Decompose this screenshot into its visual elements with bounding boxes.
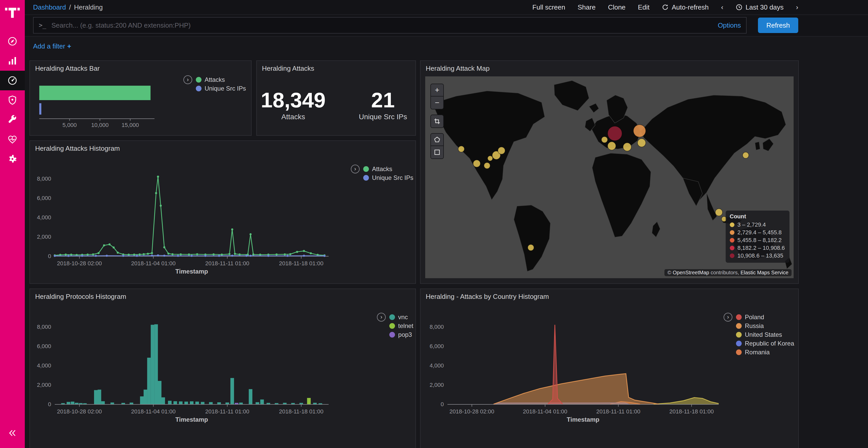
attack-location-circle[interactable] <box>608 126 622 141</box>
map-zoom-out-button[interactable]: − <box>431 97 443 109</box>
legend-color-dot <box>736 332 742 338</box>
edit-button[interactable]: Edit <box>638 3 649 11</box>
sidebar-item-management[interactable] <box>0 149 25 169</box>
refresh-button[interactable]: Refresh <box>758 18 798 33</box>
chart-legend: › Attacks Unique Src IPs <box>183 75 246 93</box>
svg-text:4,000: 4,000 <box>37 214 51 221</box>
add-filter-link[interactable]: Add a filter+ <box>33 42 71 50</box>
attacks-bar-chart[interactable]: 5,00010,00015,000 <box>35 75 171 134</box>
legend-item[interactable]: telnet <box>389 321 413 330</box>
query-bar: >_ Options Refresh <box>25 15 868 37</box>
auto-refresh-button[interactable]: Auto-refresh <box>662 3 709 11</box>
attack-location-circle[interactable] <box>623 143 631 151</box>
sidebar-item-security[interactable] <box>0 90 25 110</box>
attack-location-circle[interactable] <box>608 142 616 150</box>
search-input[interactable] <box>51 21 746 30</box>
breadcrumb-dashboard-link[interactable]: Dashboard <box>33 3 66 11</box>
sidebar-item-monitoring[interactable] <box>0 130 25 149</box>
legend-color-dot <box>736 349 742 355</box>
map-count-legend: Count 3 – 2,729.4 2,729.4 – 5,455.8 5,45… <box>726 211 790 263</box>
svg-text:6,000: 6,000 <box>430 343 444 349</box>
legend-item[interactable]: Romania <box>736 348 794 357</box>
panel-title: Heralding Attack Map <box>421 61 798 75</box>
query-options-link[interactable]: Options <box>718 22 741 29</box>
openstreetmap-link[interactable]: OpenStreetMap <box>673 270 709 275</box>
top-navbar: Dashboard / Heralding Full screen Share … <box>25 0 868 15</box>
time-range-forward-button[interactable]: › <box>796 4 798 10</box>
sidebar-item-dev-tools[interactable] <box>0 110 25 130</box>
legend-item[interactable]: Unique Src IPs <box>363 173 413 182</box>
sidebar-collapse-button[interactable] <box>0 423 25 443</box>
panel-heralding-attacks-by-country: Heralding - Attacks by Country Histogram… <box>420 288 799 448</box>
map-zoom-in-button[interactable]: + <box>431 84 443 97</box>
time-range-back-button[interactable]: ‹ <box>721 4 723 10</box>
legend-item[interactable]: Poland <box>736 313 794 321</box>
sidebar-item-dashboard[interactable] <box>0 71 25 90</box>
legend-item[interactable]: Russia <box>736 321 794 330</box>
attack-map[interactable]: + − <box>425 76 794 278</box>
legend-item[interactable]: Attacks <box>363 165 413 173</box>
legend-item[interactable]: Unique Src IPs <box>196 84 246 93</box>
map-fit-data-button[interactable] <box>431 115 443 128</box>
legend-toggle-button[interactable]: › <box>723 313 733 321</box>
attack-location-circle[interactable] <box>715 209 722 216</box>
main-area: Dashboard / Heralding Full screen Share … <box>25 0 868 448</box>
legend-item[interactable]: pop3 <box>389 330 413 339</box>
metric-value: 18,349 <box>261 89 326 111</box>
svg-text:15,000: 15,000 <box>121 122 139 128</box>
attack-location-circle[interactable] <box>601 137 608 143</box>
sidebar-item-discover[interactable] <box>0 32 25 51</box>
svg-text:0: 0 <box>48 253 51 260</box>
metric-label: Attacks <box>261 113 326 121</box>
svg-text:6,000: 6,000 <box>37 343 51 349</box>
refresh-cycle-icon <box>662 4 669 10</box>
attack-location-circle[interactable] <box>743 152 749 159</box>
legend-color-dot <box>196 77 202 82</box>
map-draw-rectangle-button[interactable] <box>431 146 443 159</box>
map-draw-polygon-button[interactable] <box>431 134 443 146</box>
attack-location-circle[interactable] <box>473 160 480 167</box>
svg-text:0: 0 <box>48 401 51 408</box>
legend-toggle-button[interactable]: › <box>377 313 386 321</box>
map-legend-title: Count <box>730 213 785 220</box>
legend-toggle-button[interactable]: › <box>183 75 192 84</box>
breadcrumb-page: Heralding <box>74 3 102 11</box>
compass-icon <box>7 36 18 47</box>
svg-text:2018-11-04 01:00: 2018-11-04 01:00 <box>523 408 567 415</box>
crop-icon <box>434 118 440 125</box>
legend-toggle-button[interactable]: › <box>351 165 360 173</box>
elastic-maps-service-link[interactable]: Elastic Maps Service <box>740 270 788 275</box>
attack-location-circle[interactable] <box>633 125 646 137</box>
svg-text:2018-11-04 01:00: 2018-11-04 01:00 <box>131 408 176 415</box>
filter-bar: Add a filter+ <box>25 37 868 56</box>
panel-title: Heralding Attacks Histogram <box>30 141 415 154</box>
metric-label: Unique Src IPs <box>354 113 411 121</box>
svg-text:8,000: 8,000 <box>37 323 51 330</box>
attack-location-circle[interactable] <box>458 146 464 152</box>
plus-icon: + <box>67 42 71 50</box>
telekom-t-logo[interactable] <box>5 5 20 22</box>
legend-color-dot <box>730 238 735 243</box>
legend-item[interactable]: vnc <box>389 313 413 321</box>
legend-item[interactable]: Republic of Korea <box>736 339 794 348</box>
time-range-picker[interactable]: Last 30 days <box>736 3 783 11</box>
sidebar-item-visualize[interactable] <box>0 51 25 71</box>
legend-item[interactable]: United States <box>736 330 794 339</box>
full-screen-button[interactable]: Full screen <box>532 3 565 11</box>
svg-text:2018-10-28 02:00: 2018-10-28 02:00 <box>57 260 102 267</box>
svg-text:2018-11-04 01:00: 2018-11-04 01:00 <box>131 260 176 267</box>
panel-heralding-attack-map: Heralding Attack Map <box>420 60 799 284</box>
svg-text:Timestamp: Timestamp <box>176 268 208 275</box>
share-button[interactable]: Share <box>578 3 595 11</box>
protocols-bar-chart[interactable]: 02,0004,0006,0008,0002018-10-28 02:00201… <box>30 304 415 448</box>
legend-color-dot <box>730 253 735 258</box>
chart-legend: › vnc telnet pop3 <box>377 313 413 339</box>
clone-button[interactable]: Clone <box>608 3 625 11</box>
attack-location-circle[interactable] <box>638 139 646 147</box>
legend-color-dot <box>736 323 742 329</box>
attack-location-circle[interactable] <box>488 156 493 161</box>
attack-location-circle[interactable] <box>498 147 505 154</box>
attack-location-circle[interactable] <box>528 244 534 250</box>
attack-location-circle[interactable] <box>484 163 490 169</box>
legend-item[interactable]: Attacks <box>196 75 246 84</box>
